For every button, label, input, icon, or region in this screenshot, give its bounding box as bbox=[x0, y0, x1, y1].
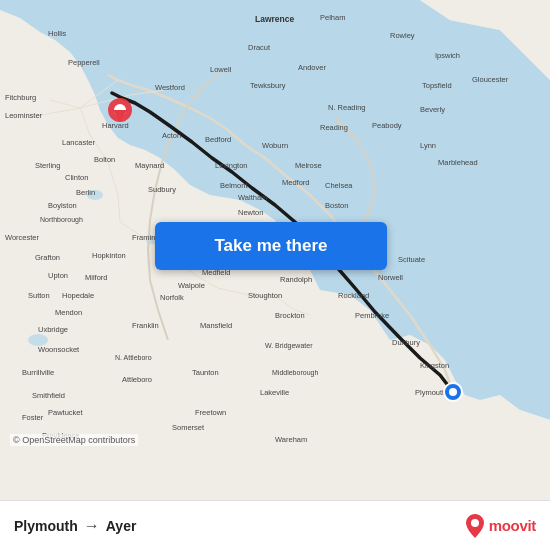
svg-text:Clinton: Clinton bbox=[65, 173, 88, 182]
svg-text:Smithfield: Smithfield bbox=[32, 391, 65, 400]
map-container: Lawrence Hollis Pepperell Rowley Ipswich… bbox=[0, 0, 550, 500]
svg-point-92 bbox=[471, 519, 479, 527]
svg-text:Norfolk: Norfolk bbox=[160, 293, 184, 302]
svg-text:Lowell: Lowell bbox=[210, 65, 232, 74]
svg-text:Topsfield: Topsfield bbox=[422, 81, 452, 90]
svg-text:Lakeville: Lakeville bbox=[260, 388, 289, 397]
svg-text:Berlin: Berlin bbox=[76, 188, 95, 197]
svg-text:Sudbury: Sudbury bbox=[148, 185, 176, 194]
svg-text:Beverly: Beverly bbox=[420, 105, 445, 114]
svg-text:Woburn: Woburn bbox=[262, 141, 288, 150]
svg-text:Peabody: Peabody bbox=[372, 121, 402, 130]
svg-text:Acton: Acton bbox=[162, 131, 181, 140]
svg-text:N. Attleboro: N. Attleboro bbox=[115, 354, 152, 361]
svg-text:Burrillville: Burrillville bbox=[22, 368, 54, 377]
svg-text:Hopedale: Hopedale bbox=[62, 291, 94, 300]
svg-text:Tewksbury: Tewksbury bbox=[250, 81, 286, 90]
svg-text:Boston: Boston bbox=[325, 201, 348, 210]
svg-text:Chelsea: Chelsea bbox=[325, 181, 353, 190]
svg-text:Fitchburg: Fitchburg bbox=[5, 93, 36, 102]
svg-text:Sterling: Sterling bbox=[35, 161, 60, 170]
svg-text:Harvard: Harvard bbox=[102, 121, 129, 130]
svg-text:Pawtucket: Pawtucket bbox=[48, 408, 84, 417]
footer-arrow-icon: → bbox=[84, 517, 100, 535]
svg-text:Andover: Andover bbox=[298, 63, 326, 72]
svg-text:Foster: Foster bbox=[22, 413, 44, 422]
svg-text:Randolph: Randolph bbox=[280, 275, 312, 284]
svg-text:Norwell: Norwell bbox=[378, 273, 403, 282]
svg-text:Stoughton: Stoughton bbox=[248, 291, 282, 300]
footer-origin: Plymouth bbox=[14, 518, 78, 534]
footer-destination: Ayer bbox=[106, 518, 137, 534]
moovit-brand-text: moovit bbox=[489, 517, 536, 534]
svg-text:Hollis: Hollis bbox=[48, 29, 67, 38]
map-attribution: © OpenStreetMap contributors bbox=[10, 434, 138, 446]
svg-text:Middleborough: Middleborough bbox=[272, 369, 318, 377]
svg-text:Freetown: Freetown bbox=[195, 408, 226, 417]
svg-text:Somerset: Somerset bbox=[172, 423, 205, 432]
svg-text:Medford: Medford bbox=[282, 178, 310, 187]
svg-text:Plymouth: Plymouth bbox=[415, 388, 446, 397]
svg-text:Uxbridge: Uxbridge bbox=[38, 325, 68, 334]
svg-text:Walpole: Walpole bbox=[178, 281, 205, 290]
svg-text:Waltham: Waltham bbox=[238, 193, 267, 202]
svg-text:Mansfield: Mansfield bbox=[200, 321, 232, 330]
svg-text:Melrose: Melrose bbox=[295, 161, 322, 170]
svg-text:Attleboro: Attleboro bbox=[122, 375, 152, 384]
svg-text:Rockland: Rockland bbox=[338, 291, 369, 300]
svg-text:Kingston: Kingston bbox=[420, 361, 449, 370]
svg-text:Leominster: Leominster bbox=[5, 111, 43, 120]
svg-text:Lawrence: Lawrence bbox=[255, 14, 294, 24]
svg-text:Upton: Upton bbox=[48, 271, 68, 280]
svg-text:Dracut: Dracut bbox=[248, 43, 271, 52]
svg-text:Lexington: Lexington bbox=[215, 161, 248, 170]
svg-text:Boylston: Boylston bbox=[48, 201, 77, 210]
svg-text:Sutton: Sutton bbox=[28, 291, 50, 300]
take-me-there-button[interactable]: Take me there bbox=[155, 222, 387, 270]
svg-text:Franklin: Franklin bbox=[132, 321, 159, 330]
svg-text:Taunton: Taunton bbox=[192, 368, 219, 377]
svg-text:Lynn: Lynn bbox=[420, 141, 436, 150]
svg-text:Mendon: Mendon bbox=[55, 308, 82, 317]
svg-text:Belmont: Belmont bbox=[220, 181, 248, 190]
svg-text:Northborough: Northborough bbox=[40, 216, 83, 224]
svg-point-91 bbox=[449, 388, 457, 396]
svg-text:Scituate: Scituate bbox=[398, 255, 425, 264]
svg-text:Lancaster: Lancaster bbox=[62, 138, 95, 147]
svg-text:Hopkinton: Hopkinton bbox=[92, 251, 126, 260]
svg-text:Brockton: Brockton bbox=[275, 311, 305, 320]
svg-text:N. Reading: N. Reading bbox=[328, 103, 366, 112]
svg-text:Pelham: Pelham bbox=[320, 13, 345, 22]
svg-text:Rowley: Rowley bbox=[390, 31, 415, 40]
svg-text:Bolton: Bolton bbox=[94, 155, 115, 164]
svg-text:Wareham: Wareham bbox=[275, 435, 307, 444]
svg-text:Maynard: Maynard bbox=[135, 161, 164, 170]
svg-text:Reading: Reading bbox=[320, 123, 348, 132]
svg-text:W. Bridgewater: W. Bridgewater bbox=[265, 342, 313, 350]
svg-text:Woonsocket: Woonsocket bbox=[38, 345, 80, 354]
svg-text:Ipswich: Ipswich bbox=[435, 51, 460, 60]
svg-text:Worcester: Worcester bbox=[5, 233, 40, 242]
svg-text:Bedford: Bedford bbox=[205, 135, 231, 144]
svg-text:Westford: Westford bbox=[155, 83, 185, 92]
svg-text:Milford: Milford bbox=[85, 273, 108, 282]
svg-text:Grafton: Grafton bbox=[35, 253, 60, 262]
svg-text:Pepperell: Pepperell bbox=[68, 58, 100, 67]
moovit-pin-icon bbox=[465, 514, 485, 538]
svg-text:Newton: Newton bbox=[238, 208, 263, 217]
moovit-logo: moovit bbox=[465, 514, 536, 538]
svg-text:Duxbury: Duxbury bbox=[392, 338, 420, 347]
svg-text:Gloucester: Gloucester bbox=[472, 75, 509, 84]
svg-text:Pembroke: Pembroke bbox=[355, 311, 389, 320]
svg-text:Marblehead: Marblehead bbox=[438, 158, 478, 167]
footer-bar: Plymouth → Ayer moovit bbox=[0, 500, 550, 550]
